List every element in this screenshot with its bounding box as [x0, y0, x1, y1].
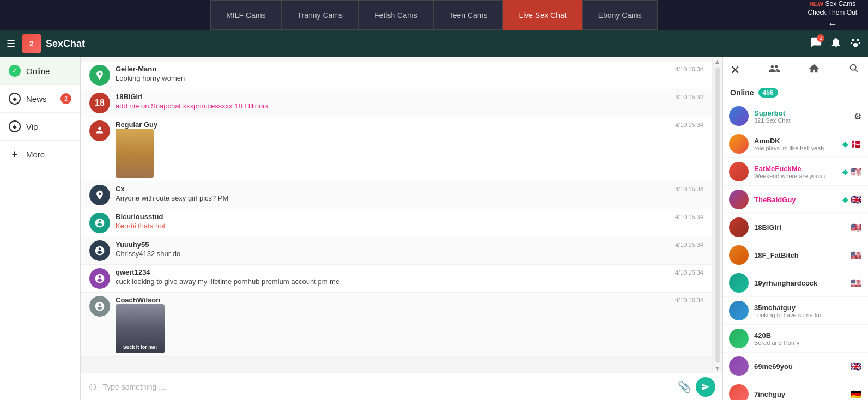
user-flags: ⚙: [854, 111, 861, 122]
milf-cams-nav[interactable]: MILF Cams: [210, 0, 281, 30]
scroll-bar[interactable]: ▲ ▼: [712, 57, 722, 373]
message-header: qwert1234 4/10 15:34: [116, 268, 703, 276]
user-status: Looking to have some fun: [754, 312, 856, 318]
flag-icon: 🇩🇪: [851, 389, 861, 399]
hamburger-icon[interactable]: ☰: [7, 38, 15, 50]
timestamp: 4/10 15:34: [675, 122, 703, 128]
user-flags: 🇩🇪: [851, 389, 861, 399]
new-badge: NEW: [810, 0, 824, 7]
send-button[interactable]: [696, 377, 715, 397]
username: 7inchguy: [754, 390, 845, 398]
user-status: role plays im like hell yeah: [754, 145, 837, 151]
paperclip-icon[interactable]: 📎: [678, 380, 691, 393]
user-info: 420B Bored and Horny: [754, 331, 856, 346]
message-content: Cx 4/10 15:34 Anyone with cute sexy girl…: [116, 185, 703, 202]
username: EatMeFuckMe: [754, 165, 837, 173]
message-header: 18BiGirl 4/10 15:34: [116, 93, 703, 101]
avatar: 18: [89, 93, 110, 113]
sidebar-item-news[interactable]: ◆ News 2: [0, 85, 80, 113]
username: qwert1234: [116, 268, 150, 276]
messages-icon[interactable]: 2: [810, 37, 822, 51]
list-item[interactable]: 7inchguy 🇩🇪: [723, 380, 868, 400]
sidebar-item-more[interactable]: + More: [0, 141, 80, 168]
flag-icon: 🇺🇸: [851, 250, 861, 260]
username: CoachWilson: [116, 296, 160, 304]
message-image[interactable]: Suck it for me!: [116, 304, 165, 353]
chat-scroll-wrapper: Geiler-Mann 4/10 15:34 Looking horny wom…: [81, 57, 722, 373]
list-item[interactable]: 18F_FatBitch 🇺🇸: [723, 241, 868, 269]
username: Cx: [116, 185, 125, 193]
message-image[interactable]: [116, 129, 154, 178]
list-item[interactable]: 69me69you 🇬🇧: [723, 353, 868, 380]
username: Bicuriousstud: [116, 213, 163, 221]
promo-arrow: ←: [808, 17, 857, 31]
logo-text: SexChat: [46, 38, 85, 50]
avatar: [89, 185, 110, 205]
emoji-icon[interactable]: ☺: [87, 380, 98, 393]
promo-area[interactable]: NEW Sex Cams Check Them Out ←: [808, 0, 857, 31]
username: 69me69you: [754, 362, 845, 371]
message-text: add me on Snapchat xxxprin.cessxxx 18 f …: [116, 102, 703, 110]
avatar: [729, 329, 749, 348]
message-content: 18BiGirl 4/10 15:34 add me on Snapchat x…: [116, 93, 703, 110]
teen-cams-nav[interactable]: Teen Cams: [433, 0, 503, 30]
user-list: Superbot 321 Sex Chat ⚙ AmoDK role plays…: [723, 102, 868, 400]
user-info: Superbot 321 Sex Chat: [754, 109, 848, 124]
user-info: EatMeFuckMe Weekend where are youuu: [754, 165, 837, 179]
right-panel-header: ✕: [723, 57, 868, 83]
users-icon[interactable]: [768, 63, 780, 77]
list-item[interactable]: AmoDK role plays im like hell yeah ◆ 🇩🇰: [723, 130, 868, 158]
online-label: Online: [730, 88, 754, 97]
gear-icon: ⚙: [854, 111, 861, 122]
message-badge: 2: [817, 34, 824, 42]
close-icon[interactable]: ✕: [730, 63, 740, 77]
flag-icon: 🇬🇧: [851, 361, 861, 372]
username: 18BiGirl: [116, 93, 143, 101]
message-content: CoachWilson 4/10 15:34 Suck it for me!: [116, 296, 703, 353]
list-item[interactable]: EatMeFuckMe Weekend where are youuu ◆ 🇺🇸: [723, 158, 868, 186]
search-icon[interactable]: [848, 63, 860, 77]
header-bar: ☰ 2 SexChat 2: [0, 30, 868, 57]
user-status: Bored and Horny: [754, 340, 856, 346]
online-icon: ✓: [9, 65, 21, 77]
user-flags: 🇬🇧: [851, 361, 861, 372]
sidebar-item-online[interactable]: ✓ Online: [0, 57, 80, 85]
user-status: 321 Sex Chat: [754, 117, 848, 124]
username: 420B: [754, 331, 856, 340]
bell-icon[interactable]: [830, 37, 842, 51]
list-item[interactable]: 19yrhunghardcock 🇺🇸: [723, 269, 868, 297]
app-container: ☰ 2 SexChat 2 ✓ Online ◆: [0, 30, 868, 400]
user-flags: ◆ 🇩🇰: [842, 139, 861, 149]
online-count-badge: 456: [758, 88, 778, 98]
chat-input[interactable]: [102, 383, 673, 391]
online-count-bar: Online 456: [723, 83, 868, 102]
table-row: Cx 4/10 15:34 Anyone with cute sexy girl…: [81, 181, 712, 209]
live-sex-chat-nav[interactable]: Live Sex Chat: [503, 0, 582, 30]
avatar: [729, 217, 749, 237]
list-item[interactable]: TheBaldGuy ◆ 🇬🇧: [723, 186, 868, 214]
paw-icon[interactable]: [849, 37, 861, 51]
user-flags: 🇺🇸: [851, 222, 861, 233]
flag-icon: 🇺🇸: [851, 278, 861, 288]
fetish-cams-nav[interactable]: Fetish Cams: [359, 0, 433, 30]
message-text: cuck looking to give away my lifetime po…: [116, 277, 703, 286]
vip-icon: ◆: [9, 120, 21, 132]
flag-icon: 🇩🇰: [851, 139, 861, 149]
sidebar: ✓ Online ◆ News 2 ◆ Vip + More: [0, 57, 81, 400]
list-item[interactable]: 420B Bored and Horny: [723, 325, 868, 353]
message-header: Geiler-Mann 4/10 15:34: [116, 65, 703, 73]
chat-input-area: ☺ 📎: [81, 373, 722, 400]
home-icon[interactable]: [808, 63, 820, 77]
svg-point-0: [852, 39, 854, 41]
news-badge: 2: [60, 93, 71, 104]
username: Regular Guy: [116, 120, 157, 129]
tranny-cams-nav[interactable]: Tranny Cams: [282, 0, 359, 30]
list-item[interactable]: 35mchatguy Looking to have some fun: [723, 297, 868, 325]
sidebar-item-vip[interactable]: ◆ Vip: [0, 113, 80, 141]
ebony-cams-nav[interactable]: Ebony Cams: [582, 0, 658, 30]
list-item[interactable]: 18BiGirl 🇺🇸: [723, 214, 868, 241]
avatar: [89, 268, 110, 289]
right-panel: ✕ Online 456 S: [722, 57, 868, 400]
list-item[interactable]: Superbot 321 Sex Chat ⚙: [723, 102, 868, 130]
avatar: [89, 65, 110, 86]
